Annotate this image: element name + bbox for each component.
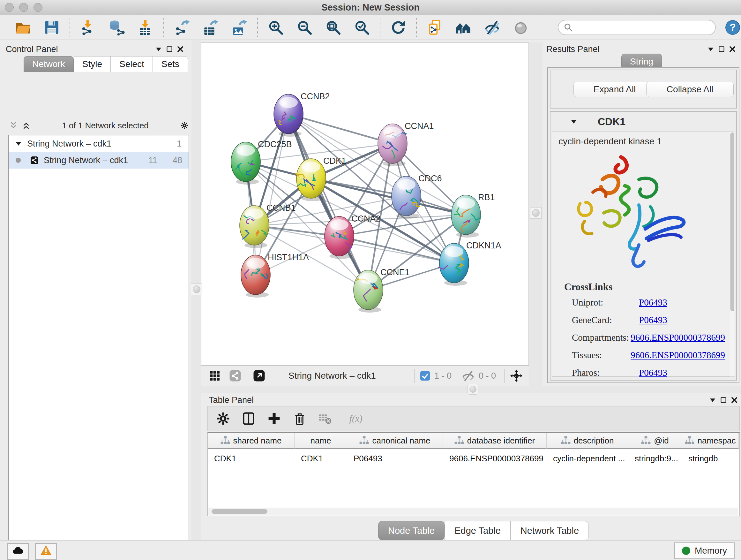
export-table-button[interactable] [202,18,219,37]
tab-style[interactable]: Style [74,56,111,72]
crosslink-link[interactable]: P06493 [639,315,667,325]
node-RB1[interactable]: RB1 [451,192,495,238]
import-network-file-button[interactable] [79,18,97,37]
table-cell[interactable]: stringdb [682,451,739,465]
tab-sets[interactable]: Sets [153,56,188,72]
node-CCNB1[interactable]: CCNB1 [240,203,296,248]
show-graphics-details-button[interactable] [512,18,530,37]
table-cell[interactable]: P06493 [347,451,443,465]
node-CCNA2[interactable]: CCNA2 [325,214,381,259]
export-network-button[interactable] [173,18,191,37]
center-view-crosshair-icon[interactable] [509,368,524,383]
refresh-button[interactable] [389,18,407,37]
new-network-from-selection-button[interactable] [426,18,444,37]
column-header-id[interactable]: @id [628,433,682,449]
column-header-sharedname[interactable]: shared name [208,433,294,449]
open-session-button[interactable] [14,18,32,37]
edge-CCNA2-CDKN1A[interactable] [339,236,454,263]
network-tree-root-row[interactable]: String Network – cdk1 1 [9,135,189,152]
hidden-eye-icon[interactable] [461,368,475,383]
column-header-description[interactable]: description [547,433,628,449]
crosslink-link[interactable]: 9606.ENSP00000378699 [630,350,725,361]
network-list-options-gear-icon[interactable] [179,120,190,131]
help-button[interactable]: ? [725,19,741,36]
export-image-button[interactable] [230,18,248,37]
show-columns-icon[interactable] [241,411,256,426]
node-CCNE1[interactable]: CCNE1 [354,267,410,313]
section-expander-icon[interactable] [568,116,579,127]
import-table-file-button[interactable] [137,18,154,37]
search-input[interactable] [574,22,711,33]
zoom-out-button[interactable] [295,18,313,37]
network-tree-row[interactable]: String Network – cdk1 11 48 [9,152,189,169]
zoom-in-button[interactable] [267,18,285,37]
panel-collapse-icon[interactable] [707,395,718,406]
tab-node-table[interactable]: Node Table [378,521,445,540]
results-scrollbar-thumb[interactable] [731,132,734,311]
column-header-databaseidentifier[interactable]: database identifier [443,433,547,449]
delete-columns-trash-icon[interactable] [292,411,307,426]
import-network-database-button[interactable] [108,18,126,37]
expand-all-networks-icon[interactable] [21,120,31,131]
table-hscrollbar-thumb[interactable] [212,509,267,514]
zoom-selected-button[interactable] [353,18,371,37]
node-CDC6[interactable]: CDC6 [392,174,442,219]
selected-checkbox-icon[interactable] [419,368,431,383]
cloud-button[interactable] [7,543,29,560]
panel-float-icon[interactable] [718,395,729,406]
panel-float-icon[interactable] [164,44,175,55]
table-cell[interactable]: stringdb:9... [628,451,682,465]
home-button[interactable] [455,18,472,37]
right-splitter-handle[interactable] [530,207,542,219]
column-header-namespac[interactable]: namespac [682,433,739,449]
window-zoom-icon[interactable] [33,3,43,12]
table-cell[interactable]: cyclin-dependent ... [547,451,628,465]
tab-network[interactable]: Network [23,56,74,72]
column-header-name[interactable]: name [294,433,347,449]
search-box[interactable] [558,20,716,35]
memory-button[interactable]: Memory [674,543,735,559]
save-session-button[interactable] [43,18,61,37]
table-mode-gear-icon[interactable] [215,411,231,426]
panel-close-icon[interactable] [727,44,738,55]
create-column-icon[interactable] [266,411,282,426]
tab-select[interactable]: Select [111,56,153,72]
collapse-all-button[interactable]: Collapse All [646,82,734,97]
crosslink-link[interactable]: 9606.ENSP00000378699 [630,332,725,343]
expand-all-button[interactable]: Expand All [574,82,656,97]
left-splitter-handle[interactable] [191,284,202,295]
detach-view-icon[interactable] [252,368,266,383]
crosslink-link[interactable]: P06493 [639,297,667,308]
table-cell[interactable]: 9606.ENSP00000378699 [443,451,547,465]
network-graph[interactable]: CCNB2CCNA1CDC25BCDK1CDC6RB1CCNB1CCNA2CDK… [201,43,529,365]
column-header-canonicalname[interactable]: canonical name [347,433,443,449]
panel-close-icon[interactable] [175,44,186,55]
node-CCNA1[interactable]: CCNA1 [378,121,434,166]
node-CCNB2[interactable]: CCNB2 [274,91,330,137]
table-hscrollbar[interactable] [208,508,738,515]
node-CDKN1A[interactable]: CDKN1A [439,241,501,286]
tab-network-table[interactable]: Network Table [511,521,589,540]
panel-collapse-icon[interactable] [705,44,716,55]
warnings-button[interactable] [35,543,57,560]
window-close-icon[interactable] [5,3,14,12]
view-network-icon[interactable] [228,368,243,383]
panel-collapse-icon[interactable] [153,44,164,55]
table-cell[interactable]: CDK1 [294,451,347,465]
edge-CCNB2-HIST1H1A[interactable] [256,114,288,275]
hide-graphics-details-button[interactable] [483,18,501,37]
network-canvas[interactable]: CCNB2CCNA1CDC25BCDK1CDC6RB1CCNB1CCNA2CDK… [201,43,529,366]
node-HIST1H1A[interactable]: HIST1H1A [241,253,309,298]
panel-float-icon[interactable] [716,44,727,55]
tree-expander-icon[interactable] [13,138,24,149]
zoom-fit-button[interactable] [324,18,342,37]
node-label-CCNE1: CCNE1 [381,267,410,277]
table-cell[interactable]: CDK1 [208,451,294,465]
panel-close-icon[interactable] [729,395,740,406]
collapse-all-networks-icon[interactable] [8,120,19,131]
tab-edge-table[interactable]: Edge Table [445,521,511,540]
view-grid-icon[interactable] [207,368,222,383]
window-minimize-icon[interactable] [19,3,28,12]
results-scrollbar[interactable] [730,132,735,377]
crosslink-link[interactable]: P06493 [639,368,667,378]
